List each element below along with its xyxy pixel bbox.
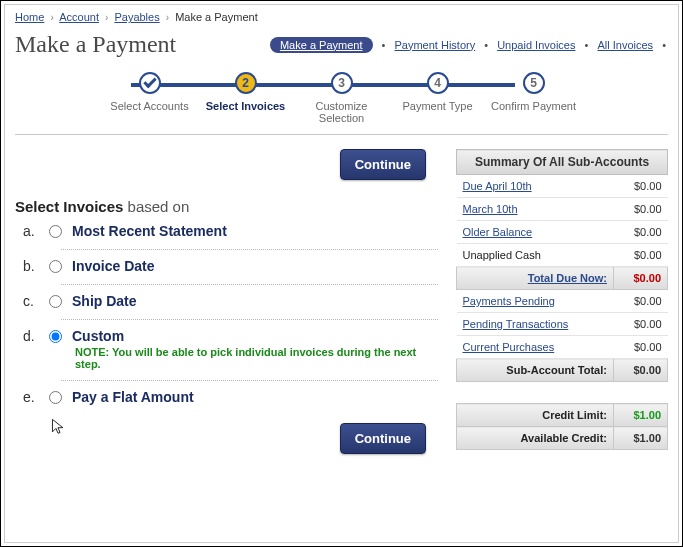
summary-sub-account-total-label: Sub-Account Total: <box>457 359 614 382</box>
step-select-invoices: 2 Select Invoices <box>198 72 294 112</box>
radio-invoice-date[interactable] <box>49 260 62 273</box>
breadcrumb-home[interactable]: Home <box>15 11 44 23</box>
summary-unapplied-cash: Unapplied Cash <box>457 244 614 267</box>
tab-payment-history[interactable]: Payment History <box>394 39 475 51</box>
divider <box>15 134 668 135</box>
summary-credit-limit-label: Credit Limit: <box>457 404 614 427</box>
section-heading: Select Invoices based on <box>15 198 438 215</box>
breadcrumb-current: Make a Payment <box>175 11 258 23</box>
summary-older-balance[interactable]: Older Balance <box>463 226 533 238</box>
option-label-flat-amount[interactable]: Pay a Flat Amount <box>72 389 194 405</box>
step-select-accounts: Select Accounts <box>102 72 198 112</box>
radio-flat-amount[interactable] <box>49 391 62 404</box>
continue-button-top[interactable]: Continue <box>340 149 426 180</box>
chevron-right-icon: › <box>166 12 169 23</box>
summary-available-credit-label: Available Credit: <box>457 427 614 450</box>
option-label-most-recent[interactable]: Most Recent Statement <box>72 223 227 239</box>
divider <box>61 380 438 381</box>
divider <box>61 319 438 320</box>
option-letter: c. <box>23 293 41 309</box>
tab-all-invoices[interactable]: All Invoices <box>597 39 653 51</box>
custom-note: NOTE: You will be able to pick individua… <box>75 346 438 370</box>
summary-payments-pending[interactable]: Payments Pending <box>463 295 555 307</box>
breadcrumb-payables[interactable]: Payables <box>114 11 159 23</box>
radio-ship-date[interactable] <box>49 295 62 308</box>
page-tabs: Make a Payment • Payment History • Unpai… <box>266 37 668 53</box>
summary-total-due-now[interactable]: Total Due Now: <box>528 272 607 284</box>
option-label-invoice-date[interactable]: Invoice Date <box>72 258 154 274</box>
summary-due-april[interactable]: Due April 10th <box>463 180 532 192</box>
chevron-right-icon: › <box>105 12 108 23</box>
breadcrumb: Home › Account › Payables › Make a Payme… <box>15 9 668 27</box>
continue-button-bottom[interactable]: Continue <box>340 423 426 454</box>
summary-current-purchases[interactable]: Current Purchases <box>463 341 555 353</box>
invoice-basis-options: a. Most Recent Statement b. Invoice Date… <box>15 223 438 405</box>
option-label-custom[interactable]: Custom <box>72 328 124 344</box>
divider <box>61 284 438 285</box>
check-icon <box>139 72 161 94</box>
radio-custom[interactable] <box>49 330 62 343</box>
summary-table: Summary Of All Sub-Accounts Due April 10… <box>456 149 668 450</box>
option-letter: b. <box>23 258 41 274</box>
radio-most-recent-statement[interactable] <box>49 225 62 238</box>
option-label-ship-date[interactable]: Ship Date <box>72 293 137 309</box>
summary-title: Summary Of All Sub-Accounts <box>457 150 668 175</box>
option-letter: d. <box>23 328 41 344</box>
summary-march[interactable]: March 10th <box>463 203 518 215</box>
step-customize-selection: 3 Customize Selection <box>294 72 390 124</box>
page-title: Make a Payment <box>15 31 176 58</box>
tab-unpaid-invoices[interactable]: Unpaid Invoices <box>497 39 575 51</box>
chevron-right-icon: › <box>50 12 53 23</box>
option-letter: a. <box>23 223 41 239</box>
step-confirm-payment: 5 Confirm Payment <box>486 72 582 112</box>
tab-make-payment[interactable]: Make a Payment <box>270 37 373 53</box>
option-letter: e. <box>23 389 41 405</box>
progress-stepper: Select Accounts 2 Select Invoices 3 Cust… <box>15 72 668 124</box>
step-payment-type: 4 Payment Type <box>390 72 486 112</box>
summary-pending-transactions[interactable]: Pending Transactions <box>463 318 569 330</box>
divider <box>61 249 438 250</box>
breadcrumb-account[interactable]: Account <box>59 11 99 23</box>
